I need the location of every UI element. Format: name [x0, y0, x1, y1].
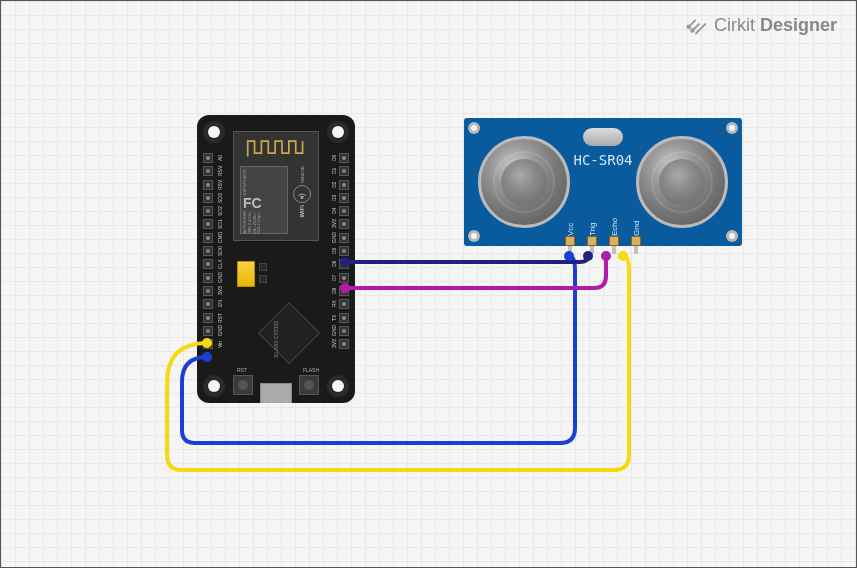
mounting-hole — [203, 375, 225, 397]
brand-logo: Cirkit Designer — [686, 14, 837, 36]
pin-sd2[interactable] — [203, 206, 213, 216]
pin-label: D3 — [329, 193, 337, 203]
svg-point-2 — [301, 197, 303, 199]
pin-3v3[interactable] — [203, 286, 213, 296]
chip-label: SILABS CP2102 — [273, 321, 279, 358]
esp-module: ESP8266MOD FC AI/THINKER ISM 2.4GHz PA +… — [233, 131, 319, 241]
reset-button[interactable] — [233, 375, 253, 395]
pin-label: A0 — [215, 153, 223, 163]
component-esp8266[interactable]: A0RSVRSVSD3SD2SD1CMDSD0CLKGND3V3ENRSTGND… — [197, 115, 355, 403]
button-label: RST — [237, 367, 247, 373]
pin-header-left — [203, 153, 213, 349]
part-number: HC-SR04 — [573, 152, 632, 168]
pin-label: 3V3 — [329, 219, 337, 229]
pin-d3[interactable] — [339, 193, 349, 203]
smd-component — [259, 275, 267, 283]
pin-label: GND — [215, 326, 223, 336]
pin-en[interactable] — [203, 299, 213, 309]
mounting-hole — [726, 230, 738, 242]
pin-label: 3V3 — [215, 286, 223, 296]
pin-label: SD2 — [215, 206, 223, 216]
brand-text: Cirkit Designer — [714, 15, 837, 36]
pin-lead — [612, 246, 616, 254]
usb-serial-chip — [258, 302, 320, 364]
pin-sd3[interactable] — [203, 193, 213, 203]
sensor-pin-trig[interactable]: Trig — [587, 210, 597, 254]
tantalum-cap — [237, 261, 255, 287]
fcc-mark: FC — [243, 195, 285, 211]
pin-label: Gnd — [632, 210, 641, 236]
pin-label: D7 — [329, 273, 337, 283]
chip-model: ESP8266MOD — [243, 169, 285, 195]
canvas-grid[interactable] — [0, 0, 857, 568]
pin-labels-right: D0D1D2D3D43V3GNDD5D6D7D8RXTXGND3V3 — [329, 153, 337, 349]
pin-gnd[interactable] — [203, 326, 213, 336]
node-dot — [202, 352, 212, 362]
node-dot — [618, 251, 628, 261]
pin-gnd[interactable] — [339, 326, 349, 336]
pin-label: D0 — [329, 153, 337, 163]
pin-lead — [634, 246, 638, 254]
component-hcsr04[interactable]: HC-SR04 VccTrigEchoGnd — [464, 118, 742, 246]
pin-d7[interactable] — [339, 273, 349, 283]
ultrasonic-tx — [478, 136, 570, 228]
pin-label: GND — [215, 273, 223, 283]
node-dot — [340, 283, 350, 293]
node-dot — [583, 251, 593, 261]
pin-rsv[interactable] — [203, 166, 213, 176]
pin-tx[interactable] — [339, 313, 349, 323]
mounting-hole — [468, 122, 480, 134]
pin-sd0[interactable] — [203, 246, 213, 256]
pin-rx[interactable] — [339, 299, 349, 309]
pin-pad — [565, 236, 575, 246]
pin-3v3[interactable] — [339, 219, 349, 229]
wifi-icon — [293, 185, 311, 203]
sensor-pin-vcc[interactable]: Vcc — [565, 210, 575, 254]
pin-a0[interactable] — [203, 153, 213, 163]
pin-rsv[interactable] — [203, 180, 213, 190]
button-label: FLASH — [303, 367, 319, 373]
pin-sd1[interactable] — [203, 219, 213, 229]
pin-label: D6 — [329, 259, 337, 269]
module-branding: VENDOR WiFi — [290, 166, 314, 234]
pin-header-right — [339, 153, 349, 349]
ultrasonic-rx — [636, 136, 728, 228]
flash-button[interactable] — [299, 375, 319, 395]
crystal-oscillator — [583, 128, 623, 146]
pin-label: CLK — [215, 259, 223, 269]
node-dot — [601, 251, 611, 261]
pin-d5[interactable] — [339, 246, 349, 256]
logo-icon — [686, 14, 708, 36]
node-dot — [202, 338, 212, 348]
pin-d1[interactable] — [339, 166, 349, 176]
pin-d0[interactable] — [339, 153, 349, 163]
sensor-pin-echo[interactable]: Echo — [609, 210, 619, 254]
pin-clk[interactable] — [203, 259, 213, 269]
pin-label: RX — [329, 299, 337, 309]
pin-label: SD0 — [215, 246, 223, 256]
pin-gnd[interactable] — [339, 233, 349, 243]
pin-gnd[interactable] — [203, 273, 213, 283]
pin-label: Trig — [588, 210, 597, 236]
pin-d4[interactable] — [339, 206, 349, 216]
pin-label: D4 — [329, 206, 337, 216]
usb-port — [260, 383, 292, 403]
sensor-pin-gnd[interactable]: Gnd — [631, 210, 641, 254]
pin-3v3[interactable] — [339, 339, 349, 349]
pin-label: D5 — [329, 246, 337, 256]
mounting-hole — [203, 121, 225, 143]
cert-text: AI/THINKER ISM 2.4GHz PA +25dBm 802.11b/… — [243, 211, 285, 233]
pin-label: EN — [215, 299, 223, 309]
pin-label: SD1 — [215, 219, 223, 229]
mounting-hole — [468, 230, 480, 242]
pin-label: D2 — [329, 180, 337, 190]
pin-d2[interactable] — [339, 180, 349, 190]
mounting-hole — [327, 121, 349, 143]
pin-cmd[interactable] — [203, 233, 213, 243]
pin-rst[interactable] — [203, 313, 213, 323]
pin-label: CMD — [215, 233, 223, 243]
pin-pad — [631, 236, 641, 246]
mounting-hole — [726, 122, 738, 134]
pin-label: D1 — [329, 166, 337, 176]
pin-label: GND — [329, 326, 337, 336]
